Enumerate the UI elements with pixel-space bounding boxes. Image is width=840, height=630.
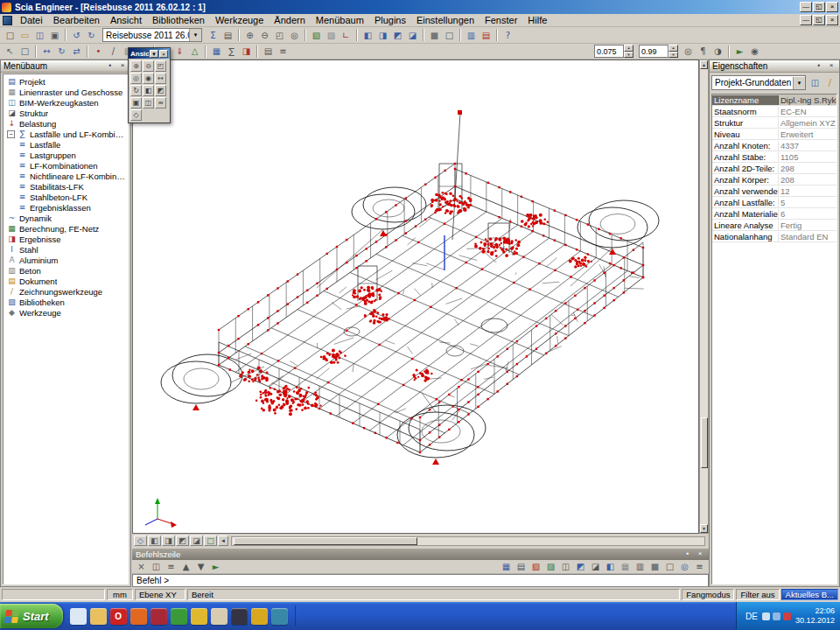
spinner-up-icon[interactable]: ▲ [624, 45, 634, 52]
menu-datei[interactable]: Datei [15, 14, 48, 26]
menu-ndern[interactable]: Ändern [269, 14, 310, 26]
tree-item-dynamik[interactable]: ~Dynamik [4, 213, 128, 223]
quick-launch-ide[interactable] [231, 608, 248, 625]
shading-icon[interactable]: ◑ [710, 45, 725, 58]
tree-item-linienraster-und-geschosse[interactable]: ▦Linienraster und Geschosse [4, 87, 128, 97]
chevron-down-icon[interactable]: ▼ [150, 50, 158, 58]
expander-icon[interactable]: − [7, 130, 15, 138]
quick-launch-java[interactable] [191, 608, 207, 625]
help-icon[interactable]: ? [500, 29, 515, 42]
mesh-icon[interactable]: ▦ [209, 45, 224, 58]
perspective-view-tab-icon[interactable]: ◪ [190, 536, 203, 546]
zoom-out-icon[interactable]: ⊖ [257, 29, 272, 42]
ansicht-palette[interactable]: Ansicht ▼ × ⊕⊖◰◎◉↔↻◧◩▣◫≡◇ [128, 47, 171, 123]
tree-item-dokument[interactable]: ▤Dokument [4, 276, 128, 286]
tree-item-berechnung-fe-netz[interactable]: ▦Berechnung, FE-Netz [4, 223, 128, 234]
property-row[interactable]: Lineare AnalyseFertig [712, 220, 836, 231]
quick-launch-media[interactable] [150, 608, 167, 625]
properties-panel-header[interactable]: Eigenschaften ▪ × [710, 60, 839, 73]
spinner-down-icon[interactable]: ▼ [668, 52, 678, 59]
render-mode-icon[interactable]: ■ [648, 560, 662, 573]
dock-command-icon[interactable]: ◫ [149, 560, 164, 573]
menu-bibliotheken[interactable]: Bibliotheken [147, 14, 210, 26]
status-units-cell[interactable]: mm [107, 589, 133, 600]
horizontal-scrollbar[interactable] [231, 536, 705, 546]
show-members-icon[interactable]: ▤ [514, 560, 528, 573]
scale-input-2[interactable] [639, 45, 668, 58]
line-load-icon[interactable]: ⇓ [172, 45, 187, 58]
print-view-icon[interactable]: ▣ [130, 97, 142, 108]
redo-icon[interactable]: ↻ [84, 29, 99, 42]
axonometric-view-icon[interactable]: ◪ [405, 29, 420, 42]
zoom-window-icon[interactable]: ◰ [155, 60, 166, 72]
property-row[interactable]: NationalanhangStandard EN [712, 231, 836, 242]
prev-command-icon[interactable]: ▲ [178, 560, 193, 573]
restore-button[interactable]: ◱ [813, 2, 825, 12]
command-line-header[interactable]: Befehlszeile ▪ × [132, 549, 709, 560]
status-snap-cell[interactable]: Fangmodus [682, 589, 734, 600]
horizontal-scrollbar-thumb[interactable] [234, 537, 417, 545]
child-minimize-button[interactable]: — [800, 15, 812, 25]
pan-icon[interactable]: ↔ [155, 73, 166, 84]
property-row[interactable]: Anzahl Körper:208 [712, 174, 836, 186]
scroll-up-icon[interactable]: ▲ [700, 60, 708, 69]
zoom-selection-icon[interactable]: ◉ [143, 73, 154, 84]
zoom-all-icon[interactable]: ◎ [287, 29, 302, 42]
display-settings-icon[interactable]: ≡ [692, 560, 707, 573]
shrink-members-icon[interactable]: ◧ [603, 560, 618, 573]
xy-view-tab-icon[interactable]: ◧ [148, 536, 161, 546]
node-icon[interactable]: • [91, 45, 106, 58]
tree-item-bim-werkzeugkasten[interactable]: ◫BIM-Werkzeugkasten [4, 97, 128, 108]
status-plane-cell[interactable]: Ebene XY [135, 589, 186, 600]
report-icon[interactable]: ▤ [479, 29, 494, 42]
spinner-up-icon[interactable]: ▲ [668, 45, 678, 52]
property-filter-icon[interactable]: ◫ [808, 76, 822, 89]
scroll-left-icon[interactable]: ◄ [218, 536, 228, 546]
titlebar[interactable]: Scia Engineer - [Reisebusse 2011 26.02.1… [0, 0, 840, 14]
xz-view-tab-icon[interactable]: ◨ [162, 536, 175, 546]
close-icon[interactable]: × [117, 61, 128, 71]
view-y-icon[interactable]: ◨ [375, 29, 390, 42]
run-command-icon[interactable]: ► [208, 560, 223, 573]
rotate-icon[interactable]: ↻ [54, 45, 69, 58]
calculation-icon[interactable]: Σ [206, 29, 220, 42]
menu-plugins[interactable]: Plugins [369, 14, 411, 26]
scale-spinner-1[interactable]: ▲▼ [624, 45, 634, 58]
show-nodes-icon[interactable]: ▦ [499, 560, 514, 573]
zoom-out-icon[interactable]: ⊖ [143, 60, 154, 72]
project-combo[interactable]: Reisebusse 2011 26.0 ▼ [102, 28, 202, 42]
support-icon[interactable]: △ [187, 45, 202, 58]
show-results-icon[interactable]: ◎ [677, 560, 692, 573]
scroll-down-icon[interactable]: ▼ [700, 524, 708, 533]
tree-item-zeichnungswerkzeuge[interactable]: /Zeichnungswerkzeuge [4, 286, 128, 297]
status-filter-cell[interactable]: Filter aus [736, 589, 779, 600]
property-row[interactable]: Anzahl 2D-Teile:298 [712, 163, 836, 174]
close-command-icon[interactable]: × [134, 560, 149, 573]
selection-box-icon[interactable]: □ [18, 45, 32, 58]
tree-item-nichtlineare-lf-kombinationen[interactable]: ≡Nichtlineare LF-Kombinationen [4, 171, 128, 181]
undo-icon[interactable]: ↺ [69, 29, 84, 42]
close-icon[interactable]: × [159, 50, 168, 58]
start-button[interactable]: Start [0, 604, 63, 628]
move-icon[interactable]: ↔ [39, 45, 54, 58]
axo-view-tab-icon[interactable]: ◇ [134, 536, 147, 546]
property-edit-icon[interactable]: / [822, 76, 837, 89]
tray-volume-icon[interactable] [762, 612, 770, 620]
clipboard-icon[interactable]: ▤ [261, 45, 276, 58]
open-icon[interactable]: ▭ [18, 29, 32, 42]
properties-combo[interactable]: Projekt-Grunddaten (1) ▼ [711, 75, 806, 90]
top-view-icon[interactable]: ◩ [155, 85, 166, 96]
tree-item-werkzeuge[interactable]: ◆Werkzeuge [4, 307, 128, 318]
menu-bearbeiten[interactable]: Bearbeiten [48, 14, 105, 26]
tree-item-lf-kombinationen[interactable]: ≡LF-Kombinationen [4, 160, 128, 171]
pin-icon[interactable]: ▪ [682, 550, 693, 559]
property-row[interactable]: Anzahl Knoten:4337 [712, 140, 836, 151]
zoom-window-icon[interactable]: ◰ [272, 29, 287, 42]
scale-field-2[interactable]: ▲▼ [639, 45, 678, 58]
tree-item-struktur[interactable]: ◪Struktur [4, 108, 128, 118]
results-icon[interactable]: ◨ [239, 45, 254, 58]
spinner-down-icon[interactable]: ▼ [624, 52, 634, 59]
vertical-scrollbar-thumb[interactable] [701, 417, 708, 468]
tree-item-stahl[interactable]: IStahl [4, 244, 128, 255]
tree-item-bibliotheken[interactable]: ▧Bibliotheken [4, 297, 128, 307]
